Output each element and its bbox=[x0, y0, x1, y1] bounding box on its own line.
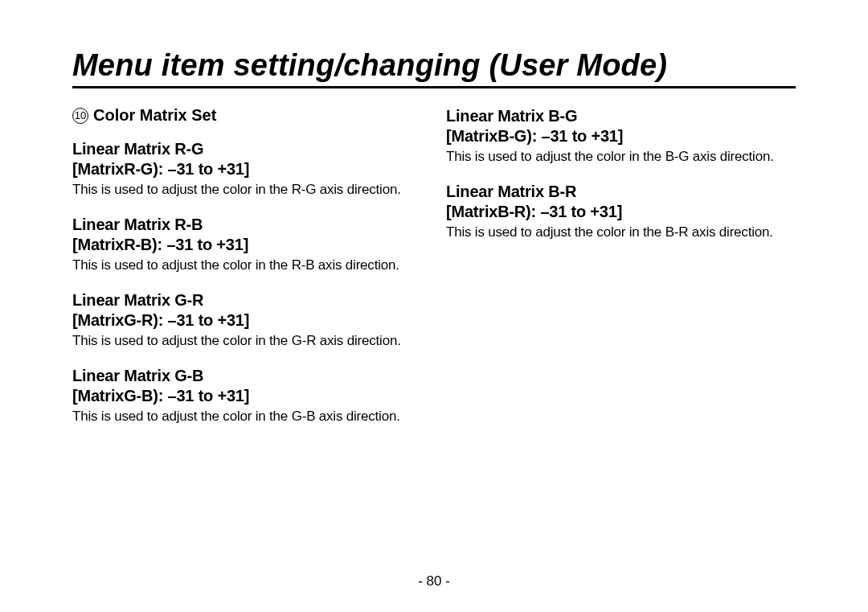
entry-description: This is used to adjust the color in the … bbox=[72, 332, 422, 350]
setting-entry: Linear Matrix B-R [MatrixB-R): –31 to +3… bbox=[446, 182, 796, 241]
page-number: - 80 - bbox=[0, 573, 868, 589]
entry-title: Linear Matrix G-R bbox=[72, 290, 422, 310]
entry-title: Linear Matrix G-B bbox=[72, 366, 422, 386]
entry-range: [MatrixR-B): –31 to +31] bbox=[72, 235, 422, 255]
entry-title: Linear Matrix B-R bbox=[446, 182, 796, 202]
setting-entry: Linear Matrix R-G [MatrixR-G): –31 to +3… bbox=[72, 139, 422, 199]
entry-range: [MatrixB-G): –31 to +31] bbox=[446, 126, 796, 146]
setting-entry: Linear Matrix R-B [MatrixR-B): –31 to +3… bbox=[72, 215, 422, 274]
setting-entry: Linear Matrix B-G [MatrixB-G): –31 to +3… bbox=[446, 106, 796, 166]
setting-entry: Linear Matrix G-R [MatrixG-R): –31 to +3… bbox=[72, 290, 422, 350]
entry-title: Linear Matrix B-G bbox=[446, 106, 796, 126]
document-page: Menu item setting/changing (User Mode) 1… bbox=[0, 0, 868, 612]
right-column: Linear Matrix B-G [MatrixB-G): –31 to +3… bbox=[446, 106, 796, 442]
entry-title: Linear Matrix R-G bbox=[72, 139, 422, 159]
section-title: Color Matrix Set bbox=[93, 106, 216, 125]
entry-description: This is used to adjust the color in the … bbox=[72, 257, 422, 274]
page-title: Menu item setting/changing (User Mode) bbox=[72, 48, 796, 88]
section-number-icon: 10 bbox=[72, 108, 88, 124]
entry-range: [MatrixG-R): –31 to +31] bbox=[72, 310, 422, 331]
entry-range: [MatrixR-G): –31 to +31] bbox=[72, 159, 422, 179]
entry-range: [MatrixG-B): –31 to +31] bbox=[72, 386, 422, 406]
entry-description: This is used to adjust the color in the … bbox=[72, 181, 422, 199]
left-column: 10 Color Matrix Set Linear Matrix R-G [M… bbox=[72, 106, 422, 442]
section-header: 10 Color Matrix Set bbox=[72, 106, 422, 125]
entry-description: This is used to adjust the color in the … bbox=[72, 408, 422, 425]
entry-description: This is used to adjust the color in the … bbox=[446, 148, 796, 166]
entry-range: [MatrixB-R): –31 to +31] bbox=[446, 202, 796, 222]
setting-entry: Linear Matrix G-B [MatrixG-B): –31 to +3… bbox=[72, 366, 422, 425]
entry-description: This is used to adjust the color in the … bbox=[446, 224, 796, 241]
entry-title: Linear Matrix R-B bbox=[72, 215, 422, 235]
content-columns: 10 Color Matrix Set Linear Matrix R-G [M… bbox=[72, 106, 796, 442]
